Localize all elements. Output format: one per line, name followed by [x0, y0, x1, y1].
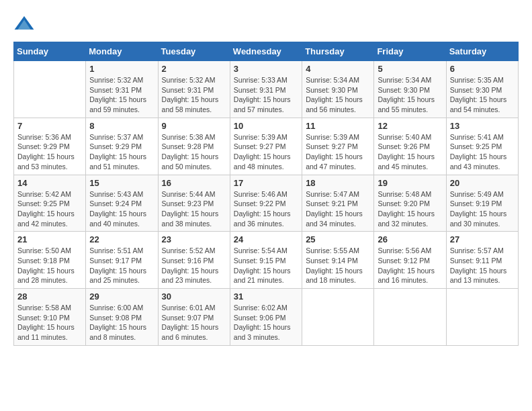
page-header	[13, 13, 519, 35]
day-info: Sunrise: 5:49 AM Sunset: 9:19 PM Dayligh…	[450, 189, 515, 229]
day-cell: 12Sunrise: 5:40 AM Sunset: 9:26 PM Dayli…	[374, 118, 446, 175]
day-cell: 13Sunrise: 5:41 AM Sunset: 9:25 PM Dayli…	[446, 118, 518, 175]
week-row-1: 7Sunrise: 5:36 AM Sunset: 9:29 PM Daylig…	[14, 118, 519, 175]
day-cell: 7Sunrise: 5:36 AM Sunset: 9:29 PM Daylig…	[14, 118, 86, 175]
day-cell: 16Sunrise: 5:44 AM Sunset: 9:23 PM Dayli…	[158, 175, 230, 232]
day-cell: 6Sunrise: 5:35 AM Sunset: 9:30 PM Daylig…	[446, 61, 518, 118]
day-info: Sunrise: 5:42 AM Sunset: 9:25 PM Dayligh…	[17, 189, 82, 229]
calendar-header: SundayMondayTuesdayWednesdayThursdayFrid…	[14, 42, 519, 61]
day-cell: 1Sunrise: 5:32 AM Sunset: 9:31 PM Daylig…	[86, 61, 158, 118]
day-number: 28	[17, 291, 82, 302]
calendar-body: 1Sunrise: 5:32 AM Sunset: 9:31 PM Daylig…	[14, 61, 519, 346]
day-info: Sunrise: 5:51 AM Sunset: 9:17 PM Dayligh…	[89, 246, 154, 285]
day-number: 8	[89, 121, 154, 131]
day-cell: 19Sunrise: 5:48 AM Sunset: 9:20 PM Dayli…	[374, 175, 446, 232]
day-info: Sunrise: 5:57 AM Sunset: 9:11 PM Dayligh…	[450, 246, 515, 285]
day-number: 18	[306, 178, 370, 188]
day-number: 21	[17, 234, 82, 244]
day-info: Sunrise: 5:32 AM Sunset: 9:31 PM Dayligh…	[162, 75, 226, 115]
day-number: 16	[162, 178, 226, 188]
header-cell-tuesday: Tuesday	[158, 42, 230, 61]
day-number: 22	[89, 234, 154, 244]
day-cell: 30Sunrise: 6:01 AM Sunset: 9:07 PM Dayli…	[158, 289, 230, 346]
header-cell-friday: Friday	[374, 42, 446, 61]
day-number: 5	[378, 64, 442, 74]
day-number: 31	[234, 291, 298, 302]
day-number: 27	[450, 234, 515, 244]
header-row: SundayMondayTuesdayWednesdayThursdayFrid…	[14, 42, 519, 61]
day-info: Sunrise: 5:39 AM Sunset: 9:27 PM Dayligh…	[306, 132, 370, 172]
day-info: Sunrise: 5:37 AM Sunset: 9:29 PM Dayligh…	[89, 132, 154, 172]
day-info: Sunrise: 5:48 AM Sunset: 9:20 PM Dayligh…	[378, 189, 442, 229]
day-number: 1	[89, 64, 154, 74]
day-cell: 11Sunrise: 5:39 AM Sunset: 9:27 PM Dayli…	[302, 118, 374, 175]
day-cell	[374, 289, 446, 346]
day-number: 4	[306, 64, 370, 74]
day-number: 15	[89, 178, 154, 188]
day-info: Sunrise: 5:44 AM Sunset: 9:23 PM Dayligh…	[162, 189, 226, 229]
day-number: 20	[450, 178, 515, 188]
day-info: Sunrise: 6:01 AM Sunset: 9:07 PM Dayligh…	[162, 303, 226, 342]
day-cell	[446, 289, 518, 346]
day-cell	[302, 289, 374, 346]
day-info: Sunrise: 5:52 AM Sunset: 9:16 PM Dayligh…	[162, 246, 226, 285]
logo	[13, 13, 38, 35]
week-row-0: 1Sunrise: 5:32 AM Sunset: 9:31 PM Daylig…	[14, 61, 519, 118]
day-number: 11	[306, 121, 370, 131]
day-info: Sunrise: 5:35 AM Sunset: 9:30 PM Dayligh…	[450, 75, 515, 115]
day-cell: 24Sunrise: 5:54 AM Sunset: 9:15 PM Dayli…	[230, 232, 302, 289]
header-cell-sunday: Sunday	[14, 42, 86, 61]
day-info: Sunrise: 5:41 AM Sunset: 9:25 PM Dayligh…	[450, 132, 515, 172]
day-cell: 14Sunrise: 5:42 AM Sunset: 9:25 PM Dayli…	[14, 175, 86, 232]
week-row-4: 28Sunrise: 5:58 AM Sunset: 9:10 PM Dayli…	[14, 289, 519, 346]
day-info: Sunrise: 6:00 AM Sunset: 9:08 PM Dayligh…	[89, 303, 154, 342]
day-cell: 31Sunrise: 6:02 AM Sunset: 9:06 PM Dayli…	[230, 289, 302, 346]
day-cell: 5Sunrise: 5:34 AM Sunset: 9:30 PM Daylig…	[374, 61, 446, 118]
day-number: 6	[450, 64, 515, 74]
day-cell: 9Sunrise: 5:38 AM Sunset: 9:28 PM Daylig…	[158, 118, 230, 175]
day-number: 25	[306, 234, 370, 244]
day-info: Sunrise: 5:33 AM Sunset: 9:31 PM Dayligh…	[234, 75, 298, 115]
header-cell-monday: Monday	[86, 42, 158, 61]
day-info: Sunrise: 5:58 AM Sunset: 9:10 PM Dayligh…	[17, 303, 82, 342]
day-cell: 8Sunrise: 5:37 AM Sunset: 9:29 PM Daylig…	[86, 118, 158, 175]
day-cell	[14, 61, 86, 118]
day-info: Sunrise: 6:02 AM Sunset: 9:06 PM Dayligh…	[234, 303, 298, 342]
header-cell-wednesday: Wednesday	[230, 42, 302, 61]
day-cell: 28Sunrise: 5:58 AM Sunset: 9:10 PM Dayli…	[14, 289, 86, 346]
day-number: 9	[162, 121, 226, 131]
day-cell: 15Sunrise: 5:43 AM Sunset: 9:24 PM Dayli…	[86, 175, 158, 232]
day-info: Sunrise: 5:54 AM Sunset: 9:15 PM Dayligh…	[234, 246, 298, 285]
day-info: Sunrise: 5:56 AM Sunset: 9:12 PM Dayligh…	[378, 246, 442, 285]
day-number: 17	[234, 178, 298, 188]
day-cell: 25Sunrise: 5:55 AM Sunset: 9:14 PM Dayli…	[302, 232, 374, 289]
day-cell: 27Sunrise: 5:57 AM Sunset: 9:11 PM Dayli…	[446, 232, 518, 289]
day-cell: 17Sunrise: 5:46 AM Sunset: 9:22 PM Dayli…	[230, 175, 302, 232]
day-info: Sunrise: 5:55 AM Sunset: 9:14 PM Dayligh…	[306, 246, 370, 285]
day-number: 24	[234, 234, 298, 244]
day-info: Sunrise: 5:47 AM Sunset: 9:21 PM Dayligh…	[306, 189, 370, 229]
day-number: 23	[162, 234, 226, 244]
day-cell: 29Sunrise: 6:00 AM Sunset: 9:08 PM Dayli…	[86, 289, 158, 346]
day-number: 29	[89, 291, 154, 302]
day-number: 13	[450, 121, 515, 131]
week-row-3: 21Sunrise: 5:50 AM Sunset: 9:18 PM Dayli…	[14, 232, 519, 289]
day-number: 26	[378, 234, 442, 244]
logo-icon	[13, 13, 35, 35]
day-cell: 21Sunrise: 5:50 AM Sunset: 9:18 PM Dayli…	[14, 232, 86, 289]
day-cell: 18Sunrise: 5:47 AM Sunset: 9:21 PM Dayli…	[302, 175, 374, 232]
day-cell: 10Sunrise: 5:39 AM Sunset: 9:27 PM Dayli…	[230, 118, 302, 175]
day-info: Sunrise: 5:38 AM Sunset: 9:28 PM Dayligh…	[162, 132, 226, 172]
day-number: 12	[378, 121, 442, 131]
day-info: Sunrise: 5:46 AM Sunset: 9:22 PM Dayligh…	[234, 189, 298, 229]
day-number: 14	[17, 178, 82, 188]
day-cell: 23Sunrise: 5:52 AM Sunset: 9:16 PM Dayli…	[158, 232, 230, 289]
day-number: 30	[162, 291, 226, 302]
day-number: 7	[17, 121, 82, 131]
day-number: 10	[234, 121, 298, 131]
day-info: Sunrise: 5:36 AM Sunset: 9:29 PM Dayligh…	[17, 132, 82, 172]
day-cell: 26Sunrise: 5:56 AM Sunset: 9:12 PM Dayli…	[374, 232, 446, 289]
week-row-2: 14Sunrise: 5:42 AM Sunset: 9:25 PM Dayli…	[14, 175, 519, 232]
day-info: Sunrise: 5:32 AM Sunset: 9:31 PM Dayligh…	[89, 75, 154, 115]
day-number: 3	[234, 64, 298, 74]
